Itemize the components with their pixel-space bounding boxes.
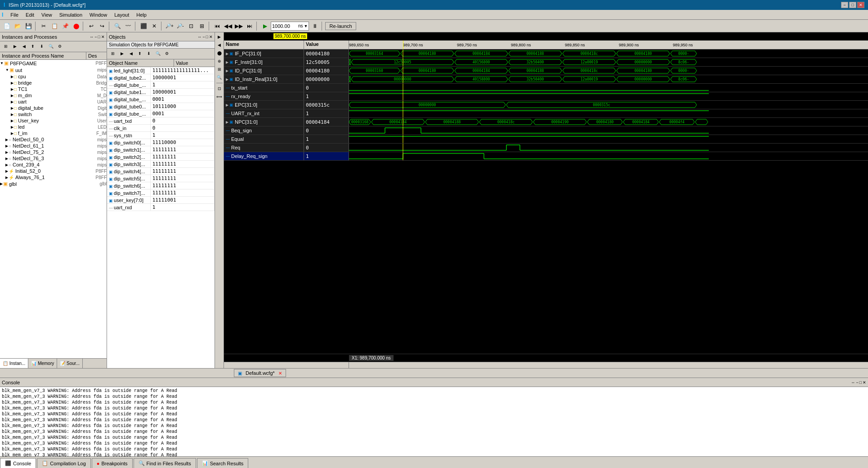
- minimize-button[interactable]: −: [841, 2, 848, 8]
- vtb-btn-1[interactable]: ▶: [216, 33, 223, 40]
- menu-layout[interactable]: Layout: [111, 11, 133, 18]
- object-row-5[interactable]: ▣digital_tube0...10111000: [107, 103, 215, 110]
- vtb-btn-3[interactable]: ⬤: [216, 50, 223, 57]
- wcfg-close-icon[interactable]: ✕: [278, 371, 282, 376]
- tab-console[interactable]: ⬛ Console: [0, 458, 36, 468]
- waveform-scrollbar[interactable]: [224, 362, 868, 368]
- object-row-11[interactable]: ▣dip_switch1[...11111111: [107, 146, 215, 153]
- vtb-btn-8[interactable]: ⟺: [216, 93, 223, 100]
- obj-btn-6[interactable]: 🔍: [154, 50, 162, 58]
- wf-row-7[interactable]: —UART_rx_int1: [224, 109, 868, 118]
- tree-item-always_76_1[interactable]: ▶⚡Always_76_1P8FF: [0, 174, 107, 180]
- wf-row-9[interactable]: —Beq_sign0: [224, 126, 868, 135]
- obj-btn-2[interactable]: ▶: [118, 50, 126, 58]
- undo-button[interactable]: ↩: [86, 21, 96, 31]
- vtb-btn-6[interactable]: 🔍: [216, 74, 223, 81]
- object-row-6[interactable]: ▣digital_tube_...0001: [107, 110, 215, 117]
- tab-compilation-log[interactable]: 📋 Compilation Log: [37, 458, 91, 468]
- tree-item-switch[interactable]: ▶□switchSwit: [0, 111, 107, 117]
- wf-row-6[interactable]: ▶▣EPC[31:0]0000315c000000000000315c: [224, 101, 868, 109]
- tree-item-tc1[interactable]: ▶□TC1TC: [0, 86, 107, 92]
- inst-btn-7[interactable]: ⚙: [56, 42, 64, 50]
- console-close-button[interactable]: ✕: [863, 380, 866, 385]
- object-row-9[interactable]: —sys_rstn1: [107, 132, 215, 139]
- zoom-sel-button[interactable]: ⊞: [197, 21, 207, 31]
- console-float-button[interactable]: ↔: [851, 380, 855, 385]
- tree-item-bridge[interactable]: ▶□bridgeBridg: [0, 80, 107, 86]
- zoom-in-button[interactable]: 🔎+: [165, 21, 174, 31]
- vtb-btn-2[interactable]: ◀: [216, 41, 223, 49]
- object-row-3[interactable]: ▣digital_tube1...10000001: [107, 89, 215, 96]
- obj-btn-7[interactable]: ⚙: [163, 50, 171, 58]
- objects-float-button[interactable]: ↔: [197, 35, 201, 39]
- tree-item-glbl[interactable]: ▶▣glblglbl: [0, 180, 107, 187]
- tab-search-results[interactable]: 📊 Search Results: [197, 458, 249, 468]
- tree-item-cpu[interactable]: ▶□cpuData: [0, 73, 107, 80]
- object-row-14[interactable]: ▣dip_switch4[...11111111: [107, 168, 215, 175]
- wf-row-4[interactable]: —tx_start0: [224, 84, 868, 92]
- wave-button[interactable]: 〰: [123, 21, 133, 31]
- stop-button[interactable]: ⬛: [139, 21, 148, 31]
- vtb-btn-7[interactable]: ⊡: [216, 85, 223, 92]
- inst-btn-5[interactable]: ⬇: [38, 42, 46, 50]
- tree-item-digital_tube[interactable]: ▶□digital_tubeDigit: [0, 105, 107, 111]
- menu-window[interactable]: Window: [86, 11, 111, 18]
- tree-item-netdecl_76_3[interactable]: ▶○NetDecl_76_3mips: [0, 155, 107, 162]
- paste-button[interactable]: 📌: [60, 21, 70, 31]
- wf-row-2[interactable]: ▶▣ID_PC[31:0]000041800000316000004180000…: [224, 67, 868, 75]
- tab-source[interactable]: 📝 Sour...: [57, 359, 83, 368]
- tree-item-p8fpgame[interactable]: ▼▣P8FPGAMEP8FF: [0, 60, 107, 67]
- wf-row-8[interactable]: ▶▣NPC[31:0]00004184000031680000418400004…: [224, 118, 868, 126]
- menu-simulation[interactable]: Simulation: [56, 11, 86, 18]
- zoom-fit-button[interactable]: ⊡: [186, 21, 196, 31]
- cancel-button[interactable]: ✕: [149, 21, 159, 31]
- object-row-1[interactable]: ▣digital_tube2...10000001: [107, 74, 215, 81]
- wf-row-5[interactable]: —rx_ready1: [224, 92, 868, 101]
- obj-btn-3[interactable]: ◀: [127, 50, 135, 58]
- object-row-7[interactable]: —uart_txd0: [107, 117, 215, 125]
- menu-edit[interactable]: Edit: [22, 11, 38, 18]
- object-row-16[interactable]: ▣dip_switch6[...11111111: [107, 182, 215, 189]
- wf-row-12[interactable]: —Delay_Req_sign1: [224, 152, 868, 161]
- object-row-12[interactable]: ▣dip_switch2[...11111111: [107, 153, 215, 161]
- object-row-18[interactable]: ▣user_key[7:0]11111001: [107, 197, 215, 204]
- tree-item-uart[interactable]: ▶□uartUAR: [0, 99, 107, 105]
- save-button[interactable]: 💾: [23, 21, 33, 31]
- object-row-19[interactable]: —uart_rxd1: [107, 204, 215, 211]
- menu-file[interactable]: File: [7, 11, 22, 18]
- tree-item-cont_239_4[interactable]: ▶○Cont_239_4mips: [0, 162, 107, 168]
- tree-item-user_key[interactable]: ▶□User_keyUser: [0, 117, 107, 124]
- objects-min-button[interactable]: −: [202, 35, 205, 39]
- tree-item-m_dm[interactable]: ▶□m_dmM_D: [0, 92, 107, 99]
- instances-float-button[interactable]: ↔: [89, 35, 94, 39]
- cut-button[interactable]: ✂: [39, 21, 49, 31]
- object-row-10[interactable]: ▣dip_switch0[...11110000: [107, 139, 215, 146]
- new-button[interactable]: 📄: [2, 21, 12, 31]
- wcfg-tab-default[interactable]: ▣ Default.wcfg* ✕: [234, 369, 286, 377]
- wf-row-3[interactable]: ▶▣ID_Instr_Real[31:0]0000000000000000401…: [224, 75, 868, 84]
- vtb-btn-5[interactable]: ⊞: [216, 66, 223, 73]
- objects-max-button[interactable]: □: [206, 35, 208, 39]
- run-button[interactable]: ▶: [260, 21, 270, 31]
- console-min-button[interactable]: −: [856, 380, 858, 385]
- obj-btn-1[interactable]: ⊞: [109, 50, 117, 58]
- go-next-button[interactable]: ▶▶: [234, 21, 244, 31]
- inst-btn-4[interactable]: ⬆: [29, 42, 37, 50]
- zoom-out-button[interactable]: 🔎-: [175, 21, 185, 31]
- object-row-13[interactable]: ▣dip_switch3[...11111111: [107, 161, 215, 168]
- close-button[interactable]: ✕: [857, 2, 864, 8]
- console-max-button[interactable]: □: [859, 380, 862, 385]
- tree-item-netdecl_50_0[interactable]: ▶○NetDecl_50_0mips: [0, 136, 107, 143]
- tab-find-in-files[interactable]: 🔍 Find in Files Results: [134, 458, 196, 468]
- open-button[interactable]: 📂: [13, 21, 22, 31]
- tree-item-netdecl_75_2[interactable]: ▶○NetDecl_75_2mips: [0, 149, 107, 155]
- wf-row-10[interactable]: —Equal1: [224, 135, 868, 144]
- tree-item-uut[interactable]: ▼▣uutmips: [0, 67, 107, 73]
- menu-view[interactable]: View: [38, 11, 56, 18]
- obj-btn-4[interactable]: ⬆: [136, 50, 144, 58]
- delete-button[interactable]: ⬤: [71, 21, 81, 31]
- tree-item-netdecl_61_1[interactable]: ▶○NetDecl_61_1mips: [0, 143, 107, 149]
- time-unit-dropdown[interactable]: ▼: [304, 24, 309, 28]
- instances-min-button[interactable]: −: [94, 35, 97, 39]
- go-start-button[interactable]: ⏮: [212, 21, 222, 31]
